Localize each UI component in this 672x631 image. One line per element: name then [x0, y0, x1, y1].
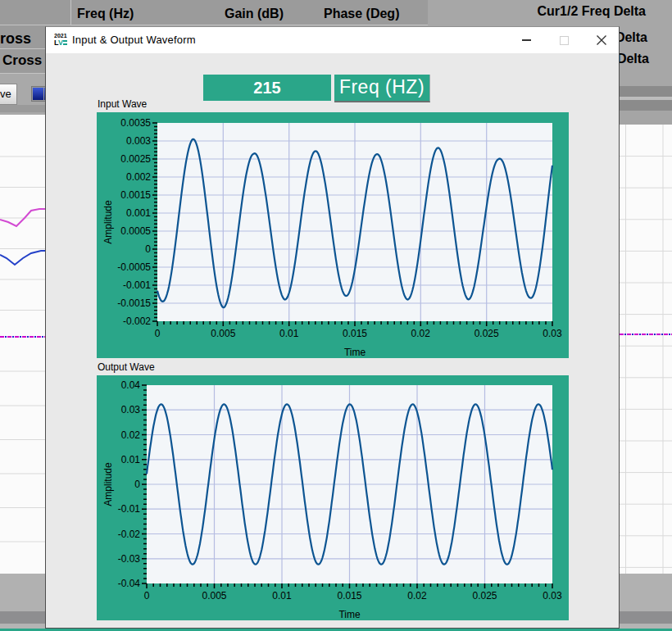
svg-text:Time: Time — [338, 609, 361, 620]
svg-text:-0.04: -0.04 — [118, 578, 141, 589]
svg-text:0.01: 0.01 — [279, 328, 299, 339]
svg-text:0.02: 0.02 — [411, 328, 431, 339]
svg-text:0.0035: 0.0035 — [120, 117, 151, 129]
svg-text:0.0005: 0.0005 — [120, 225, 151, 237]
svg-text:0.03: 0.03 — [121, 404, 141, 415]
svg-text:0.001: 0.001 — [126, 207, 151, 219]
svg-text:2021: 2021 — [54, 33, 67, 39]
svg-text:-0.03: -0.03 — [118, 553, 141, 565]
svg-text:Time: Time — [344, 347, 366, 358]
svg-text:0.015: 0.015 — [337, 590, 361, 601]
svg-text:-0.0015: -0.0015 — [117, 297, 151, 309]
svg-text:0.01: 0.01 — [121, 454, 141, 465]
svg-text:0.0025: 0.0025 — [120, 153, 151, 165]
svg-text:0.005: 0.005 — [211, 328, 235, 339]
svg-text:0.025: 0.025 — [472, 590, 497, 601]
svg-text:0: 0 — [155, 328, 161, 339]
svg-text:-0.02: -0.02 — [118, 529, 141, 540]
svg-text:0.003: 0.003 — [126, 135, 151, 147]
svg-text:0.01: 0.01 — [272, 590, 292, 601]
svg-text:0.005: 0.005 — [202, 590, 226, 601]
svg-text:0: 0 — [134, 479, 140, 490]
svg-text:0.025: 0.025 — [474, 328, 499, 339]
svg-text:0.002: 0.002 — [126, 171, 151, 183]
svg-text:-0.0005: -0.0005 — [117, 261, 151, 273]
svg-text:0.04: 0.04 — [121, 379, 141, 391]
svg-text:0.015: 0.015 — [343, 328, 367, 339]
svg-text:0.0015: 0.0015 — [120, 189, 151, 201]
svg-text:0.02: 0.02 — [407, 590, 427, 601]
svg-text:Amplitude: Amplitude — [102, 462, 114, 506]
svg-text:0: 0 — [145, 243, 151, 255]
svg-text:0: 0 — [144, 590, 150, 601]
svg-text:-0.01: -0.01 — [118, 503, 141, 515]
svg-text:0.03: 0.03 — [543, 328, 562, 339]
svg-text:0.02: 0.02 — [121, 429, 141, 441]
svg-text:Amplitude: Amplitude — [102, 200, 114, 244]
svg-text:-0.002: -0.002 — [123, 316, 151, 327]
svg-text:-0.001: -0.001 — [123, 279, 151, 291]
svg-text:0.03: 0.03 — [543, 590, 562, 601]
svg-text:V: V — [58, 39, 63, 46]
